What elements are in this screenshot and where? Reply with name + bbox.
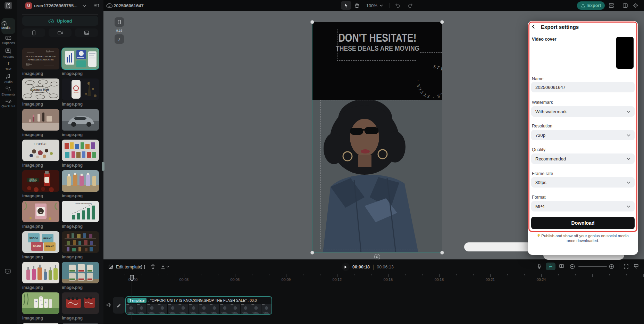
quality-select[interactable]: Recommended (531, 153, 635, 164)
export-button[interactable]: Export (577, 1, 605, 10)
media-list-item[interactable]: image.png (62, 170, 99, 201)
filter-video-button[interactable] (49, 28, 72, 37)
redo-icon[interactable] (407, 3, 413, 8)
sidebar-item-text[interactable]: T Text (0, 61, 17, 71)
media-list-item[interactable]: image.png (62, 231, 99, 262)
split-clip-icon[interactable] (559, 264, 564, 268)
timeline-zoom-out-icon[interactable] (570, 264, 575, 269)
resize-handle-top-left[interactable] (310, 20, 314, 24)
rotate-handle[interactable] (374, 254, 380, 260)
media-list-item[interactable]: image.png (62, 109, 99, 140)
media-list-item[interactable]: image.png (22, 262, 59, 292)
media-thumbnail[interactable] (62, 292, 99, 314)
media-thumbnail[interactable]: L'ORÉAL (22, 140, 59, 161)
resize-handle-top-right[interactable] (440, 20, 444, 24)
track-volume-icon[interactable] (106, 302, 112, 307)
media-thumbnail[interactable] (22, 262, 59, 283)
timeline-clip[interactable]: Template : "OPPORTUNITY IS KNOCKING,SHOP… (125, 296, 272, 315)
media-list-item[interactable]: image.png (22, 201, 59, 231)
trash-icon[interactable] (151, 264, 155, 269)
gear-icon[interactable] (633, 3, 638, 8)
media-thumbnail[interactable] (62, 109, 99, 131)
sidebar-item-media[interactable]: Media (1, 18, 15, 34)
media-list-item[interactable]: image.png (62, 262, 99, 292)
workspace-chevron-down-icon[interactable] (83, 5, 86, 7)
download-button[interactable]: Download (531, 217, 635, 229)
media-list-item[interactable]: image.png (62, 48, 99, 78)
video-frame[interactable]: DON'T HESITATE! THESE DEALS ARE MOVING S… (312, 22, 442, 252)
edit-template-button[interactable]: Edit template (108, 264, 141, 269)
zoom-chevron-down-icon[interactable] (379, 5, 383, 7)
media-thumbnail[interactable]: BEANZBEANZBEANZBEANZ (22, 231, 59, 253)
media-list-item[interactable]: SKILLS NEEDED TO BE ANAFFILIATE MARKETER… (22, 48, 59, 78)
render-queue-icon[interactable] (608, 3, 614, 8)
sidebar-item-avatars[interactable]: Avatars (0, 48, 17, 58)
preview-display-icon[interactable] (634, 264, 639, 269)
user-avatar[interactable]: U (25, 2, 32, 9)
app-logo-icon[interactable] (5, 2, 12, 9)
play-button[interactable] (342, 263, 350, 271)
media-thumbnail[interactable] (22, 292, 59, 314)
media-list-item[interactable]: image.png (22, 292, 59, 323)
format-select[interactable]: MP4 (531, 201, 635, 211)
media-thumbnail[interactable] (22, 109, 59, 131)
snap-toggle[interactable] (546, 263, 555, 270)
resize-handle-bottom-left[interactable] (310, 251, 314, 255)
sidebar-item-captions[interactable]: Captions (0, 35, 17, 45)
watermark-select[interactable]: With watermark (531, 106, 635, 117)
voiceover-mic-icon[interactable] (537, 264, 542, 269)
media-thumbnail[interactable] (62, 48, 99, 69)
media-thumbnail[interactable]: airbnb (62, 78, 99, 100)
help-chat-icon[interactable] (5, 268, 11, 275)
hand-tool-button[interactable] (354, 3, 359, 8)
sort-icon[interactable] (94, 3, 99, 8)
media-thumbnail[interactable] (62, 262, 99, 283)
media-thumbnail[interactable] (62, 231, 99, 253)
back-chevron-icon[interactable] (532, 24, 535, 29)
media-thumbnail[interactable] (22, 201, 59, 222)
canvas-zoom-level[interactable]: 100% (366, 3, 377, 8)
media-list-item[interactable]: Global Market Reportimage.png (62, 201, 99, 231)
select-tool-button[interactable] (341, 1, 351, 10)
media-list-item[interactable]: airbnbimage.png (62, 78, 99, 109)
track-edit-button[interactable] (113, 297, 125, 314)
name-input[interactable]: 202506061647 (531, 82, 635, 92)
media-thumbnail[interactable]: SKILLS NEEDED TO BE ANAFFILIATE MARKETER (22, 48, 59, 69)
split-tool-icon[interactable] (140, 265, 145, 269)
sidebar-item-audio[interactable]: Audio (0, 74, 17, 84)
media-list-item[interactable]: BEANZBEANZBEANZBEANZimage.png (22, 231, 59, 262)
media-list-item[interactable]: HEINZ A.IKETCHUPimage.png (22, 170, 59, 201)
timeline-ruler[interactable]: 00:0000:0300:0600:0900:1200:1500:1800:21… (103, 274, 644, 285)
upload-button[interactable]: Upload (22, 16, 98, 26)
media-thumbnail[interactable] (62, 170, 99, 192)
timeline-zoom-slider[interactable] (578, 266, 607, 267)
media-thumbnail[interactable]: Global Market Report (62, 201, 99, 222)
phone-preview-icon[interactable] (115, 17, 124, 27)
media-thumbnail[interactable] (62, 140, 99, 161)
tiktok-preview-icon[interactable]: ♪ (115, 34, 124, 44)
resolution-select[interactable]: 720p (531, 130, 635, 140)
sidebar-item-quick-cut[interactable]: Quick cut (0, 99, 17, 108)
sidebar-item-elements[interactable]: Elements (0, 86, 17, 96)
frame-rate-select[interactable]: 30fps (531, 177, 635, 188)
media-thumbnail[interactable]: Business Plan (22, 78, 59, 100)
fullscreen-icon[interactable] (624, 264, 629, 269)
panel-collapse-handle[interactable] (102, 162, 104, 171)
filter-image-button[interactable] (75, 28, 98, 37)
project-chevron-down-icon[interactable] (136, 5, 140, 7)
media-list-item[interactable]: Business Planimage.png (22, 78, 59, 109)
media-list-item[interactable]: image.png (62, 292, 99, 323)
timeline-zoom-in-icon[interactable] (609, 264, 614, 269)
playhead[interactable] (129, 275, 135, 282)
video-cover-thumbnail[interactable] (616, 37, 634, 69)
layout-panels-icon[interactable] (622, 3, 628, 8)
resize-handle-bottom-right[interactable] (440, 251, 444, 255)
workspace-name[interactable]: user172676969755... (34, 3, 77, 8)
filter-phone-button[interactable] (22, 28, 45, 37)
media-list-item[interactable]: image.png (22, 109, 59, 140)
media-thumbnail[interactable]: HEINZ A.IKETCHUP (22, 170, 59, 192)
download-clip-button[interactable] (161, 264, 169, 269)
undo-icon[interactable] (395, 3, 401, 8)
media-list-item[interactable]: image.png (62, 140, 99, 170)
media-list-item[interactable]: L'ORÉALimage.png (22, 140, 59, 170)
